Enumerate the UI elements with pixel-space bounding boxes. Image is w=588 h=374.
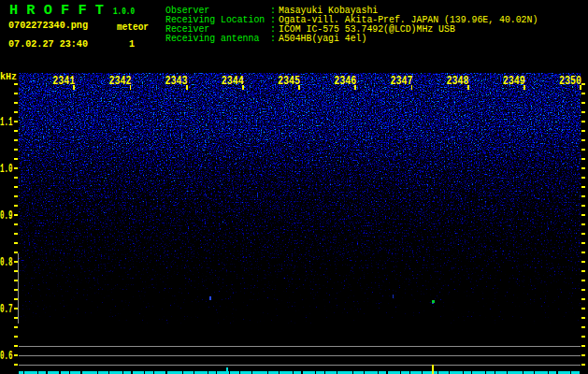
svg-text:2349: 2349 (503, 74, 525, 88)
svg-text:0.6: 0.6 (0, 350, 13, 363)
svg-text:2342: 2342 (108, 74, 131, 88)
svg-text:2348: 2348 (447, 74, 469, 88)
svg-text:1.0.0: 1.0.0 (113, 6, 135, 17)
svg-text:2344: 2344 (222, 74, 244, 88)
svg-text:0.7: 0.7 (0, 303, 13, 316)
svg-text:2341: 2341 (52, 74, 75, 88)
svg-text:kHz: kHz (0, 71, 17, 82)
svg-text:meteor: meteor (117, 22, 149, 33)
svg-text:Receiving antenna: Receiving antenna (165, 34, 259, 44)
svg-text:2343: 2343 (165, 74, 188, 88)
svg-text::: : (270, 34, 276, 44)
svg-text:2347: 2347 (390, 74, 412, 88)
svg-text:2350: 2350 (559, 74, 581, 88)
svg-text:1: 1 (129, 38, 135, 50)
svg-text:07.02.27 23:40: 07.02.27 23:40 (8, 38, 88, 50)
svg-text:0.8: 0.8 (0, 256, 13, 269)
svg-text:2346: 2346 (334, 74, 356, 88)
svg-text:0.9: 0.9 (0, 209, 13, 223)
svg-text:1.0: 1.0 (0, 163, 13, 176)
svg-text:H R O F F T: H R O F F T (9, 3, 104, 19)
svg-text:2345: 2345 (278, 74, 300, 88)
svg-text:0702272340.png: 0702272340.png (8, 20, 88, 31)
svg-text:A504HB(yagi 4el): A504HB(yagi 4el) (279, 34, 366, 44)
svg-text:1.1: 1.1 (0, 116, 13, 129)
